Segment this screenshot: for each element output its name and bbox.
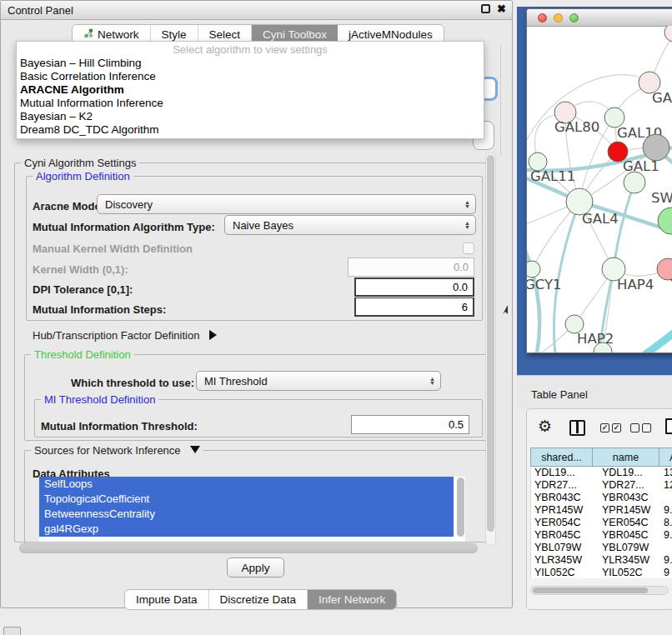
table-cell: YBL079W <box>531 542 594 554</box>
table-cell: YDL19... <box>531 467 594 479</box>
expand-right-icon <box>209 330 217 340</box>
sources-group-title[interactable]: Sources for Network Inference <box>31 444 203 457</box>
data-attribute-item[interactable]: SelfLoops <box>39 477 454 492</box>
table-cell: YIL052C <box>531 567 594 578</box>
close-icon[interactable]: ✖ <box>497 2 506 15</box>
table-row[interactable]: YBR045CYBR045C9. <box>531 529 672 542</box>
table-row[interactable]: YIL052CYIL052C9 <box>531 567 672 578</box>
table-body: YDL19...YDL19...13YDR27...YDR27...12YBR0… <box>530 467 672 578</box>
table-cell: YLR345W <box>531 554 594 567</box>
dpi-tolerance-field[interactable] <box>354 278 474 297</box>
apply-button[interactable]: Apply <box>227 558 284 578</box>
table-cell: 9. <box>660 529 672 542</box>
deselect-all-icon[interactable] <box>630 423 651 432</box>
columns-icon[interactable] <box>569 420 585 436</box>
network-graph[interactable]: GALGAL80GAL10GAL1GAL11SWI4GAL4GCY1HAP4YH… <box>527 26 672 353</box>
kernel-width-field[interactable] <box>348 258 474 277</box>
data-attribute-item[interactable]: TopologicalCoefficient <box>39 492 454 507</box>
data-attribute-item[interactable]: gal4RGexp <box>39 522 454 537</box>
table-horizontal-scrollbar[interactable] <box>530 586 669 595</box>
which-threshold-label: Which threshold to use: <box>71 377 194 389</box>
select-all-icon[interactable]: ✓✓ <box>600 423 621 432</box>
control-panel-title: Control Panel <box>8 4 73 17</box>
aracne-mode-select[interactable]: Discovery ▲▼ <box>97 194 476 214</box>
table-cell: YBR043C <box>531 492 594 504</box>
manual-kernel-checkbox[interactable] <box>463 242 474 254</box>
stepper-arrows-icon: ▲▼ <box>464 221 470 229</box>
table-row[interactable]: YLR345WYLR345W9. <box>531 554 672 567</box>
table-cell: YDR27... <box>531 479 594 492</box>
close-traffic-light-icon[interactable] <box>538 13 547 22</box>
algorithm-option[interactable]: Mutual Information Inference <box>17 97 484 110</box>
column-header[interactable]: shared... <box>530 448 593 467</box>
algorithm-definition-title: Algorithm Definition <box>33 170 133 182</box>
column-header[interactable]: name <box>593 448 659 467</box>
data-attribute-item[interactable]: BetweennessCentrality <box>39 507 454 522</box>
table-cell: YIL052C <box>594 567 660 578</box>
table-row[interactable]: YBL079WYBL079W <box>531 542 672 554</box>
document-icon[interactable] <box>665 418 672 434</box>
scrollbar-thumb[interactable] <box>533 588 648 593</box>
sources-group-label: Sources for Network Inference <box>34 444 181 457</box>
bottom-tab-impute-data[interactable]: Impute Data <box>125 590 209 609</box>
horizontal-scrollbar[interactable] <box>19 543 478 553</box>
vertical-scrollbar[interactable] <box>485 152 496 546</box>
network-window-titlebar[interactable] <box>527 9 672 27</box>
mi-type-value: Naive Bayes <box>233 219 293 232</box>
table-row[interactable]: YDR27...YDR27...12 <box>531 479 672 492</box>
bottom-tab-infer-network[interactable]: Infer Network <box>308 590 396 609</box>
algorithm-option[interactable]: Bayesian – K2 <box>17 110 484 123</box>
network-node-swi4 <box>624 172 645 193</box>
table-row[interactable]: YDL19...YDL19...13 <box>531 467 672 479</box>
table-cell: YPR145W <box>531 504 594 517</box>
which-threshold-value: MI Threshold <box>204 375 268 388</box>
mi-threshold-field[interactable] <box>351 415 469 434</box>
zoom-traffic-light-icon[interactable] <box>569 13 579 22</box>
network-node-label: GAL11 <box>530 168 575 184</box>
table-panel-titlebar: Table Panel <box>517 375 672 408</box>
hub-definition-label: Hub/Transcription Factor Definition <box>33 329 199 342</box>
data-attributes-list[interactable]: SelfLoopsTopologicalCoefficientBetweenne… <box>39 477 465 542</box>
control-panel-window: Control Panel ✖ NetworkStyleSelectCyni T… <box>0 0 513 608</box>
table-cell: 13 <box>660 467 672 479</box>
mi-steps-field[interactable] <box>354 298 474 317</box>
table-row[interactable]: YPR145WYPR145W9. <box>531 504 672 517</box>
tab-label: Network <box>98 28 139 41</box>
hub-definition-toggle[interactable]: Hub/Transcription Factor Definition <box>33 329 217 342</box>
kernel-width-label: Kernel Width (0,1): <box>33 263 128 276</box>
network-node-label: HAP4 <box>617 277 654 292</box>
algorithm-option[interactable]: ARACNE Algorithm <box>17 83 484 97</box>
table-cell: 9 <box>660 567 672 578</box>
scrollbar-thumb[interactable] <box>487 155 494 532</box>
table-cell: 12 <box>660 479 672 492</box>
control-panel-titlebar: Control Panel ✖ <box>1 1 512 20</box>
algorithm-option[interactable]: Dream8 DC_TDC Algorithm <box>17 123 484 137</box>
which-threshold-select[interactable]: MI Threshold ▲▼ <box>196 371 441 391</box>
tab-label: jActiveMNodules <box>349 28 433 41</box>
list-scrollbar[interactable] <box>457 478 464 537</box>
mi-steps-label: Mutual Information Steps: <box>33 303 166 316</box>
minimize-traffic-light-icon[interactable] <box>554 13 563 22</box>
screen: { "colors": { "selected_tab_bg": "#8F8F8… <box>0 0 672 635</box>
table-cell: 8. <box>660 517 672 529</box>
network-view-window[interactable]: GALGAL80GAL10GAL1GAL11SWI4GAL4GCY1HAP4YH… <box>526 8 672 353</box>
table-cell: 9. <box>660 554 672 567</box>
mi-type-select[interactable]: Naive Bayes ▲▼ <box>224 215 476 235</box>
column-header[interactable]: A <box>659 448 672 467</box>
algorithm-option[interactable]: Bayesian – Hill Climbing <box>17 57 484 70</box>
float-window-icon[interactable] <box>481 4 490 13</box>
algorithm-popup-header: Select algorithm to view settings <box>17 42 484 57</box>
mi-type-label: Mutual Information Algorithm Type: <box>33 221 215 233</box>
bottom-tab-bar: Impute DataDiscretize DataInfer Network <box>124 589 397 610</box>
table-cell: YER054C <box>531 517 594 529</box>
table-row[interactable]: YBR043CYBR043C <box>531 492 672 504</box>
algorithm-option[interactable]: Basic Correlation Inference <box>17 70 484 83</box>
table-row[interactable]: YER054CYER054C8. <box>531 517 672 529</box>
stepper-arrows-icon: ▲▼ <box>464 200 470 208</box>
network-node-label: SWI4 <box>651 190 672 206</box>
tab-label: Select <box>209 28 241 41</box>
bottom-tab-discretize-data[interactable]: Discretize Data <box>209 590 308 609</box>
table-cell: YBR043C <box>594 492 660 504</box>
partial-bottom-left-button[interactable] <box>3 627 21 635</box>
gear-icon[interactable]: ⚙ <box>538 417 552 435</box>
